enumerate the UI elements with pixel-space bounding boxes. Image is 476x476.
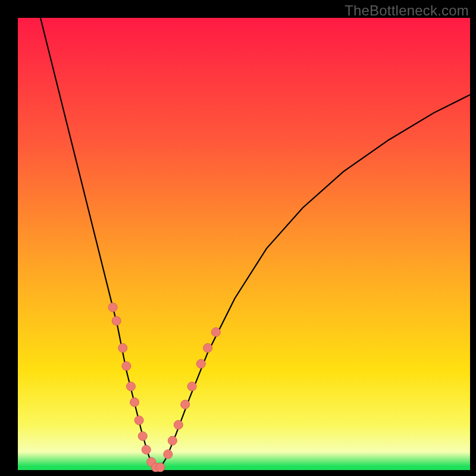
data-point (122, 362, 131, 371)
data-point (181, 400, 190, 409)
plot-area (18, 18, 470, 470)
curve-svg (18, 18, 470, 470)
data-point (142, 445, 151, 454)
data-point (164, 450, 173, 459)
chart-frame: TheBottleneck.com (0, 0, 476, 476)
data-point (130, 398, 139, 407)
data-point (187, 382, 196, 391)
data-point (196, 359, 205, 368)
data-point (134, 416, 143, 425)
data-markers (108, 303, 220, 472)
data-point (118, 343, 127, 352)
data-point (174, 421, 183, 430)
data-point (156, 463, 165, 472)
data-point (168, 436, 177, 445)
data-point (127, 382, 136, 391)
data-point (112, 317, 121, 325)
bottleneck-curve (40, 18, 470, 468)
data-point (138, 432, 147, 441)
data-point (211, 328, 220, 337)
watermark-text: TheBottleneck.com (345, 2, 469, 19)
data-point (203, 343, 212, 352)
data-point (108, 303, 117, 312)
